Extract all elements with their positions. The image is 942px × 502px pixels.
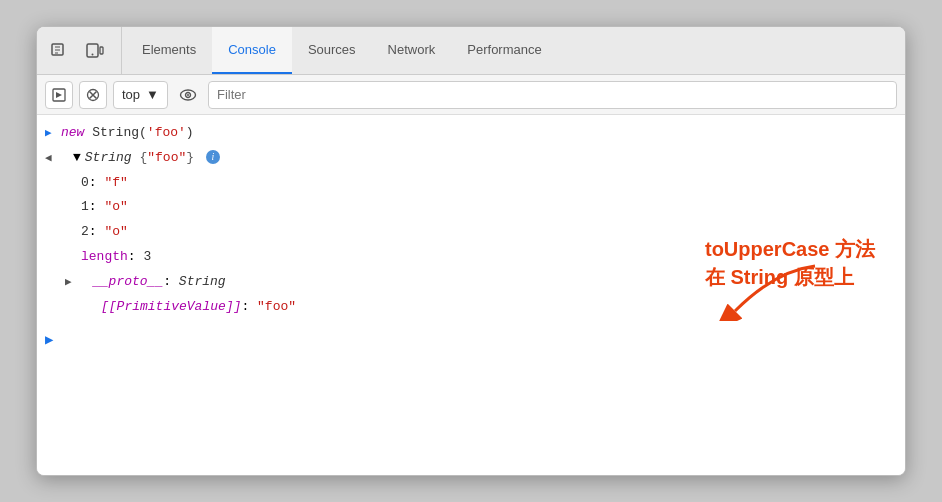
svg-point-8 (187, 94, 189, 96)
back-arrow-icon: ◀ (45, 150, 52, 168)
svg-point-3 (92, 53, 94, 55)
device-icon-btn[interactable] (81, 37, 109, 65)
context-label: top (122, 87, 140, 102)
expand-toggle[interactable]: ▼ (73, 148, 81, 169)
context-selector[interactable]: top ▼ (113, 81, 168, 109)
console-output-expanded: ◀ ▼ String {"foo"} i (37, 146, 905, 171)
svg-rect-2 (100, 47, 103, 54)
input-arrow-icon: ▶ (45, 125, 52, 143)
devtools-window: Elements Console Sources Network Perform… (36, 26, 906, 476)
console-body: ▶ new String('foo') ◀ ▼ String {"foo"} i… (37, 115, 905, 475)
tab-bar: Elements Console Sources Network Perform… (37, 27, 905, 75)
tab-performance[interactable]: Performance (451, 27, 557, 74)
cursor-icon-btn[interactable] (45, 37, 73, 65)
run-scripts-btn[interactable] (45, 81, 73, 109)
tab-console[interactable]: Console (212, 27, 292, 74)
prop-length: length: 3 (37, 245, 905, 270)
prop-1: 1: "o" (37, 195, 905, 220)
prop-primitive-value: [[PrimitiveValue]]: "foo" (37, 295, 905, 320)
console-toolbar: top ▼ (37, 75, 905, 115)
preserve-log-btn[interactable] (174, 81, 202, 109)
prop-0: 0: "f" (37, 171, 905, 196)
tab-icon-group (45, 27, 122, 74)
tab-elements[interactable]: Elements (126, 27, 212, 74)
prompt-arrow-icon: ▶ (45, 331, 53, 348)
tab-network[interactable]: Network (372, 27, 452, 74)
input-expression: new String('foo') (61, 123, 194, 144)
dropdown-arrow-icon: ▼ (146, 87, 159, 102)
prop-2: 2: "o" (37, 220, 905, 245)
console-input-line: ▶ new String('foo') (37, 121, 905, 146)
console-prompt: ▶ (37, 327, 905, 352)
tab-sources[interactable]: Sources (292, 27, 372, 74)
clear-messages-btn[interactable] (79, 81, 107, 109)
info-icon[interactable]: i (206, 150, 220, 164)
proto-expand-icon[interactable]: ▶ (65, 274, 72, 292)
prop-proto: ▶ __proto__: String (37, 270, 905, 295)
filter-input[interactable] (208, 81, 897, 109)
